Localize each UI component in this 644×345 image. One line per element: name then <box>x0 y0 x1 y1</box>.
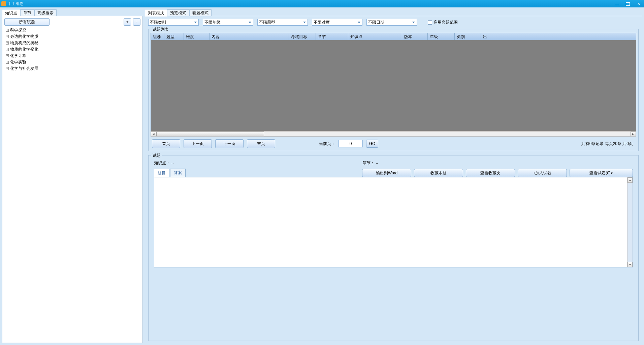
export-word-button[interactable]: 输出到Word <box>362 169 411 177</box>
vertical-scrollbar[interactable]: ▲ ▼ <box>627 177 633 267</box>
all-questions-button[interactable]: 所有试题 <box>4 18 50 26</box>
tree-item[interactable]: +身边的化学物质 <box>4 33 140 40</box>
title-bar: 手工组卷 <box>0 0 644 7</box>
col-grade[interactable]: 年级 <box>428 33 455 40</box>
current-page-label: 当前页： <box>319 141 335 147</box>
expand-icon[interactable]: + <box>6 48 9 51</box>
tree-item[interactable]: +化学与社会发展 <box>4 65 140 72</box>
tab-answer[interactable]: 答案 <box>170 169 186 177</box>
current-page-input[interactable] <box>339 140 363 147</box>
filter-grade[interactable]: 不限年级 <box>203 19 253 26</box>
expand-icon[interactable]: + <box>6 41 9 45</box>
chevron-down-icon <box>193 20 198 25</box>
right-panel: 列表模式 预览模式 套题模式 不限类别 不限年级 不限题型 不限难度 不限日期 … <box>145 9 642 343</box>
last-page-button[interactable]: 末页 <box>247 139 275 148</box>
filter-date[interactable]: 不限日期 <box>366 19 417 26</box>
expand-icon[interactable]: + <box>6 35 9 38</box>
tree-item[interactable]: +物质的化学变化 <box>4 46 140 53</box>
scroll-thumb[interactable] <box>156 132 264 136</box>
favorite-button[interactable]: 收藏本题 <box>414 169 463 177</box>
app-icon <box>1 1 6 6</box>
grid-body[interactable] <box>151 40 636 131</box>
maximize-button[interactable] <box>623 1 633 7</box>
view-paper-button[interactable]: 查看试卷(0)> <box>570 169 633 177</box>
left-tabstrip: 知识点 章节 高级搜索 <box>2 9 143 16</box>
chapter-label: 章节： <box>362 160 375 166</box>
scroll-right-icon[interactable]: ► <box>631 132 636 136</box>
window-title: 手工组卷 <box>7 1 612 7</box>
next-page-button[interactable]: 下一页 <box>215 139 244 148</box>
close-button[interactable] <box>634 1 644 7</box>
enable-set-range[interactable]: 启用套题范围 <box>428 20 458 25</box>
col-category[interactable]: 类别 <box>455 33 481 40</box>
tab-preview-mode[interactable]: 预览模式 <box>167 9 189 16</box>
tab-chapter[interactable]: 章节 <box>20 9 34 16</box>
tree-item[interactable]: +化学实验 <box>4 59 140 65</box>
col-compose[interactable]: 组卷 <box>151 33 164 40</box>
col-extra[interactable]: 出 <box>481 33 636 40</box>
add-to-paper-button[interactable]: +加入试卷 <box>518 169 567 177</box>
group-title: 试题列表 <box>151 27 170 32</box>
left-panel: 知识点 章节 高级搜索 所有试题 + - +科学探究 +身边的化学物质 +物质构… <box>2 9 143 343</box>
go-button[interactable]: GO <box>366 140 378 148</box>
tab-question[interactable]: 题目 <box>154 169 169 177</box>
horizontal-scrollbar[interactable]: ◄ ► <box>151 131 636 137</box>
tree-item[interactable]: +物质构成的奥秘 <box>4 40 140 46</box>
expand-icon[interactable]: + <box>6 29 9 32</box>
expand-all-button[interactable]: + <box>124 18 131 26</box>
filter-category[interactable]: 不限类别 <box>148 19 199 26</box>
expand-icon[interactable]: + <box>6 61 9 64</box>
expand-icon[interactable]: + <box>6 67 9 70</box>
scroll-left-icon[interactable]: ◄ <box>151 132 156 136</box>
col-content[interactable]: 内容 <box>210 33 289 40</box>
chapter-value: .. <box>376 160 378 166</box>
page-summary: 共有0条记录 每页20条 共0页 <box>581 141 635 147</box>
prev-page-button[interactable]: 上一页 <box>184 139 212 148</box>
filter-qtype[interactable]: 不限题型 <box>257 19 308 26</box>
filter-row: 不限类别 不限年级 不限题型 不限难度 不限日期 启用套题范围 <box>145 16 642 27</box>
scroll-down-icon[interactable]: ▼ <box>627 262 633 267</box>
col-version[interactable]: 版本 <box>402 33 428 40</box>
chevron-down-icon <box>357 20 361 25</box>
kp-value: .. <box>171 160 174 166</box>
pager: 首页 上一页 下一页 末页 当前页： GO 共有0条记录 每页20条 共0页 <box>151 137 636 149</box>
collapse-all-button[interactable]: - <box>133 18 140 26</box>
tab-advanced-search[interactable]: 高级搜索 <box>34 9 57 16</box>
chevron-down-icon <box>248 20 252 25</box>
question-detail-group: 试题 知识点：.. 章节：.. 题目 答案 输出到Word 收藏本题 查看收藏夹… <box>148 155 639 341</box>
expand-icon[interactable]: + <box>6 54 9 57</box>
minimize-button[interactable] <box>612 1 622 7</box>
right-tabstrip: 列表模式 预览模式 套题模式 <box>145 9 642 16</box>
kp-label: 知识点： <box>154 160 170 166</box>
view-favorites-button[interactable]: 查看收藏夹 <box>466 169 515 177</box>
chevron-down-icon <box>302 20 307 25</box>
question-list-group: 试题列表 组卷 题型 难度 内容 考核目标 章节 知识点 版本 年级 类别 出 … <box>148 29 639 151</box>
col-qtype[interactable]: 题型 <box>164 33 184 40</box>
tree-container: 所有试题 + - +科学探究 +身边的化学物质 +物质构成的奥秘 +物质的化学变… <box>2 16 143 343</box>
detail-group-title: 试题 <box>151 153 162 159</box>
question-content[interactable]: ▲ ▼ <box>154 177 633 267</box>
first-page-button[interactable]: 首页 <box>152 139 180 148</box>
tree-item[interactable]: +化学计算 <box>4 53 140 59</box>
tree-item[interactable]: +科学探究 <box>4 27 140 33</box>
scroll-up-icon[interactable]: ▲ <box>627 177 633 183</box>
grid-header: 组卷 题型 难度 内容 考核目标 章节 知识点 版本 年级 类别 出 <box>151 33 636 40</box>
col-chapter[interactable]: 章节 <box>316 33 348 40</box>
chevron-down-icon <box>411 20 416 25</box>
checkbox-icon[interactable] <box>428 20 432 25</box>
tab-set-mode[interactable]: 套题模式 <box>189 9 212 16</box>
window-controls <box>612 0 644 7</box>
col-target[interactable]: 考核目标 <box>289 33 316 40</box>
tab-knowledge[interactable]: 知识点 <box>2 10 20 17</box>
filter-difficulty[interactable]: 不限难度 <box>312 19 362 26</box>
col-difficulty[interactable]: 难度 <box>184 33 210 40</box>
tab-list-mode[interactable]: 列表模式 <box>145 10 167 17</box>
detail-tabs: 题目 答案 <box>154 169 186 177</box>
knowledge-tree: +科学探究 +身边的化学物质 +物质构成的奥秘 +物质的化学变化 +化学计算 +… <box>4 27 140 72</box>
col-kp[interactable]: 知识点 <box>348 33 402 40</box>
